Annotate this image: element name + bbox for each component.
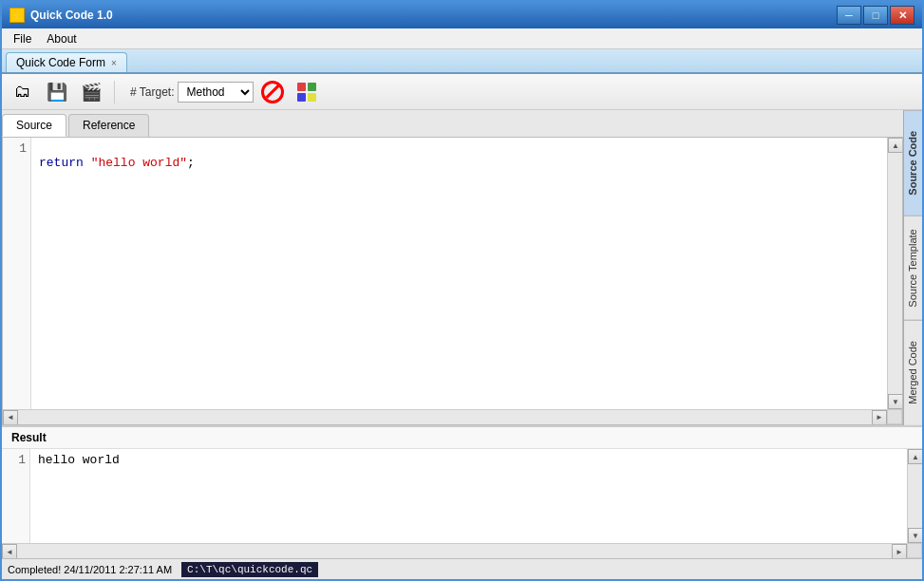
- result-scroll-corner: [907, 543, 922, 558]
- keyword-return: return: [39, 156, 84, 170]
- vtab-source-code[interactable]: Source Code: [904, 110, 922, 216]
- toolbar: 🗂 💾 🎬 # Target: Method Class Function Pr…: [2, 74, 922, 110]
- result-content: hello world: [30, 449, 907, 543]
- scroll-track-h[interactable]: [18, 410, 872, 425]
- save-icon: 💾: [47, 82, 67, 103]
- save-button[interactable]: 💾: [42, 78, 72, 106]
- menu-file[interactable]: File: [6, 30, 39, 47]
- help-button[interactable]: [257, 78, 288, 106]
- tab-label: Quick Code Form: [16, 56, 105, 69]
- scroll-up-btn[interactable]: ▲: [888, 138, 902, 153]
- result-line-1: 1: [6, 453, 26, 467]
- target-label: # Target:: [130, 85, 174, 99]
- windows-icon: [295, 81, 318, 103]
- editor-vertical-scrollbar[interactable]: ▲ ▼: [887, 138, 902, 409]
- film-icon: 🎬: [81, 82, 102, 103]
- scroll-left-btn[interactable]: ◄: [3, 410, 18, 425]
- window-tab-bar: Quick Code Form ×: [2, 49, 922, 74]
- close-button[interactable]: ✕: [890, 6, 915, 25]
- scroll-down-btn[interactable]: ▼: [888, 394, 902, 409]
- string-hello-world: "hello world": [91, 156, 187, 170]
- editor-inner: 1 return "hello world"; ▲ ▼ ◄: [2, 138, 903, 425]
- result-vertical-scrollbar[interactable]: ▲ ▼: [907, 449, 922, 543]
- tab-source[interactable]: Source: [2, 114, 66, 137]
- menu-about[interactable]: About: [39, 30, 84, 47]
- tab-header: Source Reference: [2, 110, 903, 138]
- windows-button[interactable]: [292, 78, 322, 106]
- minimize-button[interactable]: ─: [837, 6, 861, 25]
- result-scroll-down[interactable]: ▼: [908, 528, 922, 543]
- scroll-track-v[interactable]: [888, 153, 902, 394]
- menu-bar: File About: [2, 28, 922, 49]
- result-area: Result 1 hello world ▲ ▼: [2, 425, 922, 558]
- result-track-v[interactable]: [908, 464, 922, 528]
- tab-reference[interactable]: Reference: [68, 114, 149, 137]
- title-bar-controls: ─ □ ✕: [837, 6, 915, 25]
- line-numbers: 1: [3, 138, 31, 409]
- app-title: Quick Code 1.0: [30, 9, 113, 22]
- vertical-tabs: Source Code Source Template Merged Code: [903, 110, 922, 425]
- record-button[interactable]: 🎬: [76, 78, 106, 106]
- app-icon: ⚡: [9, 8, 25, 23]
- app-window: ⚡ Quick Code 1.0 ─ □ ✕ File About Quick …: [0, 0, 924, 581]
- vtab-source-template[interactable]: Source Template: [904, 216, 922, 321]
- horizontal-scroll-row: ◄ ►: [3, 409, 902, 424]
- tab-close-icon[interactable]: ×: [111, 58, 117, 68]
- open-button[interactable]: 🗂: [8, 78, 38, 106]
- maximize-button[interactable]: □: [863, 6, 888, 25]
- editor-main: Source Reference 1 return "hello world";…: [2, 110, 903, 425]
- result-scroll-right[interactable]: ►: [892, 544, 907, 558]
- editor-horizontal-scrollbar[interactable]: ◄ ►: [3, 409, 887, 424]
- vtab-merged-code[interactable]: Merged Code: [904, 320, 922, 425]
- editor-wrapper: Source Reference 1 return "hello world";…: [2, 110, 922, 579]
- status-path: C:\T\qc\quickcode.qc: [181, 562, 318, 577]
- title-bar: ⚡ Quick Code 1.0 ─ □ ✕: [2, 2, 922, 28]
- quick-code-form-tab[interactable]: Quick Code Form ×: [6, 52, 127, 72]
- result-scroll-left[interactable]: ◄: [2, 544, 17, 558]
- result-line-numbers: 1: [2, 449, 30, 543]
- result-hscroll-row: ◄ ►: [2, 543, 922, 558]
- help-icon: [261, 81, 284, 103]
- scroll-right-btn[interactable]: ►: [872, 410, 887, 425]
- result-horizontal-scrollbar[interactable]: ◄ ►: [2, 543, 907, 558]
- target-select[interactable]: Method Class Function Property: [178, 82, 254, 103]
- result-htrack[interactable]: [17, 544, 892, 558]
- separator: [114, 81, 115, 103]
- result-scroll-up[interactable]: ▲: [908, 449, 922, 464]
- result-header: Result: [2, 427, 922, 449]
- code-editor: 1 return "hello world"; ▲ ▼ ◄: [2, 138, 903, 425]
- open-icon: 🗂: [14, 82, 31, 102]
- scroll-corner: [887, 409, 902, 424]
- status-bar: Completed! 24/11/2011 2:27:11 AM C:\T\qc…: [2, 558, 922, 579]
- result-body: 1 hello world ▲ ▼ ◄ ►: [2, 449, 922, 558]
- title-bar-left: ⚡ Quick Code 1.0: [9, 8, 113, 23]
- line-number-1: 1: [7, 141, 27, 156]
- code-content[interactable]: return "hello world";: [31, 138, 887, 409]
- status-message: Completed! 24/11/2011 2:27:11 AM: [8, 564, 172, 575]
- editor-body: Source Reference 1 return "hello world";…: [2, 110, 922, 425]
